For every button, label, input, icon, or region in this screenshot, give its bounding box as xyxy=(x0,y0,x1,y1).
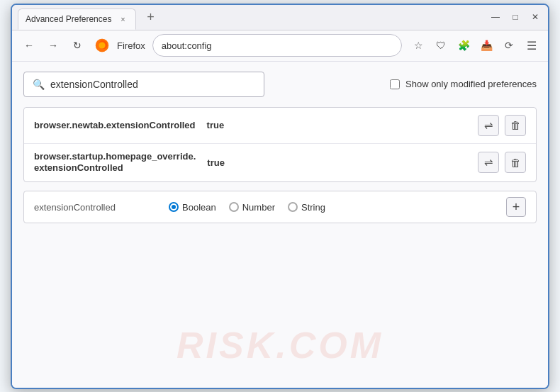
table-row: browser.startup.homepage_override. exten… xyxy=(24,144,536,182)
nav-icons: ☆ 🛡 🧩 📥 ⟳ ☰ xyxy=(409,36,541,55)
new-pref-name: extensionControlled xyxy=(34,202,140,213)
new-tab-button[interactable]: + xyxy=(140,7,160,27)
title-bar: Advanced Preferences × + — □ ✕ xyxy=(12,5,548,30)
content-area: RISK.COM 🔍 Show only modified preference… xyxy=(12,62,548,388)
checkbox-label: Show only modified preferences xyxy=(405,79,537,89)
toggle-button[interactable]: ⇌ xyxy=(478,152,499,173)
number-radio-circle xyxy=(229,202,239,212)
forward-button[interactable]: → xyxy=(43,35,63,55)
address-text: about:config xyxy=(162,40,212,51)
type-options: Boolean Number String xyxy=(169,202,325,213)
menu-icon[interactable]: ☰ xyxy=(522,36,541,55)
modified-only-checkbox[interactable] xyxy=(390,79,400,89)
row-actions: ⇌ 🗑 xyxy=(478,152,526,173)
pref-name-line2: extensionControlled xyxy=(34,162,123,173)
new-pref-row: extensionControlled Boolean Number Strin… xyxy=(23,191,537,223)
number-label: Number xyxy=(242,202,275,213)
results-table: browser.newtab.extensionControlled true … xyxy=(23,107,537,183)
back-button[interactable]: ← xyxy=(19,35,39,55)
number-radio[interactable]: Number xyxy=(229,202,275,213)
boolean-label: Boolean xyxy=(182,202,216,213)
string-radio-circle xyxy=(288,202,298,212)
nav-bar: ← → ↻ Firefox about:config ☆ 🛡 🧩 📥 ⟳ ☰ xyxy=(12,30,548,62)
row-actions: ⇌ 🗑 xyxy=(478,115,526,136)
extension-icon[interactable]: 🧩 xyxy=(454,36,473,55)
search-input[interactable] xyxy=(50,79,255,90)
tab-title: Advanced Preferences xyxy=(26,14,111,24)
string-radio[interactable]: String xyxy=(288,202,325,213)
checkbox-row: Show only modified preferences xyxy=(390,79,537,89)
table-row: browser.newtab.extensionControlled true … xyxy=(24,108,536,144)
search-row: 🔍 Show only modified preferences xyxy=(23,72,537,97)
sync-icon[interactable]: ⟳ xyxy=(500,36,518,55)
toggle-button[interactable]: ⇌ xyxy=(478,115,499,136)
browser-window: Advanced Preferences × + — □ ✕ ← → ↻ Fir… xyxy=(11,4,549,389)
pref-name-multi: browser.startup.homepage_override. exten… xyxy=(34,151,196,175)
string-label: String xyxy=(301,202,325,213)
minimize-button[interactable]: — xyxy=(488,10,503,24)
address-bar[interactable]: about:config xyxy=(152,34,402,57)
delete-button[interactable]: 🗑 xyxy=(505,152,526,173)
browser-name-label: Firefox xyxy=(117,40,145,51)
tab-close-button[interactable]: × xyxy=(117,13,128,25)
download-icon[interactable]: 📥 xyxy=(477,36,495,55)
pref-value: true xyxy=(207,157,225,168)
pref-name: browser.newtab.extensionControlled xyxy=(34,120,196,130)
pref-value: true xyxy=(207,120,225,130)
boolean-radio-circle xyxy=(169,202,179,212)
shield-icon[interactable]: 🛡 xyxy=(432,36,450,55)
watermark: RISK.COM xyxy=(177,324,383,366)
delete-button[interactable]: 🗑 xyxy=(505,115,526,136)
maximize-button[interactable]: □ xyxy=(508,10,522,24)
browser-tab[interactable]: Advanced Preferences × xyxy=(18,9,136,30)
firefox-logo-icon xyxy=(94,38,110,53)
add-pref-button[interactable]: + xyxy=(506,197,526,217)
search-icon: 🔍 xyxy=(33,79,45,90)
window-controls: — □ ✕ xyxy=(488,10,542,24)
reload-button[interactable]: ↻ xyxy=(67,35,87,55)
close-button[interactable]: ✕ xyxy=(528,10,542,24)
search-box[interactable]: 🔍 xyxy=(23,72,264,97)
svg-point-1 xyxy=(99,42,105,48)
bookmark-icon[interactable]: ☆ xyxy=(409,36,427,55)
boolean-radio[interactable]: Boolean xyxy=(169,202,216,213)
pref-name-line1: browser.startup.homepage_override. xyxy=(34,151,196,162)
